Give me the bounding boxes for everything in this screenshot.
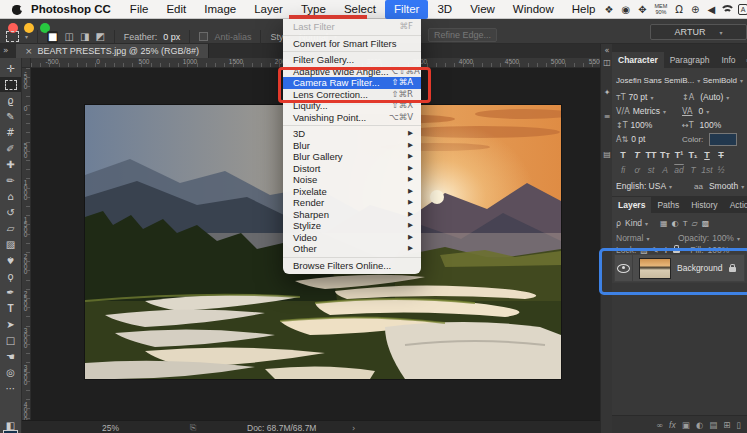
font-size-select[interactable]: 70 pt ▾	[629, 92, 654, 102]
zoom-tool[interactable]: ◎	[0, 365, 21, 380]
layer-visibility-toggle[interactable]	[615, 255, 633, 281]
clone-stamp-tool[interactable]: ⌂	[0, 189, 21, 204]
intersect-selection-mode-button[interactable]: ◩	[95, 31, 104, 43]
quick-selection-tool[interactable]: ✎	[0, 109, 21, 124]
tab-info[interactable]: Info	[715, 52, 741, 68]
leading-select[interactable]: ↕A (Auto) ▾	[682, 92, 729, 102]
text-color-control[interactable]: Color:	[682, 133, 737, 146]
add-selection-mode-button[interactable]: ◫	[64, 31, 73, 43]
libraries-panel-icon[interactable]: ▤	[602, 150, 612, 159]
discretionary-ligatures-button[interactable]: st	[644, 165, 658, 175]
adjustment-layer-icon[interactable]: ◐	[696, 420, 703, 430]
apple-icon[interactable]	[12, 3, 23, 15]
tab-paragraph[interactable]: Paragraph	[664, 52, 716, 68]
history-panel-icon[interactable]: ◫	[602, 58, 612, 67]
menu-item-sharpen[interactable]: Sharpen ▶	[283, 209, 421, 221]
export-icon[interactable]: ⎘	[190, 423, 196, 433]
ligatures-button[interactable]: fi	[616, 165, 630, 175]
eye-status-icon[interactable]: ◉	[621, 0, 630, 19]
tracking-select[interactable]: VA 0 ▾	[682, 106, 709, 116]
feather-input[interactable]: 0 px	[163, 32, 180, 42]
blur-tool[interactable]: ♠	[0, 253, 21, 268]
toolbar-collapse-icon[interactable]: »	[3, 45, 9, 55]
fractions-button[interactable]: ½	[714, 165, 728, 175]
memory-indicator[interactable]: MEM 90%	[655, 3, 668, 15]
menu-filter[interactable]: Filter	[385, 0, 429, 19]
swash-button[interactable]: A	[658, 165, 672, 175]
history-brush-tool[interactable]: ↺	[0, 205, 21, 220]
pen-tool[interactable]: ✒	[0, 285, 21, 300]
wifi-icon[interactable]	[723, 5, 730, 14]
volume-icon[interactable]: ◀	[707, 0, 715, 19]
menu-layer[interactable]: Layer	[245, 0, 292, 19]
lock-all-icon[interactable]	[673, 248, 680, 253]
panel-menu-icon[interactable]: ≡	[742, 53, 747, 68]
menu-item-blur-gallery[interactable]: Blur Gallery ▶	[283, 151, 421, 163]
dock-collapse-icon[interactable]: «	[602, 46, 612, 55]
tab-layers[interactable]: Layers	[612, 197, 651, 213]
path-selection-tool[interactable]: ➤	[0, 317, 21, 332]
menu-item-convert-smart-filters[interactable]: Convert for Smart Filters	[283, 38, 421, 50]
menu-image[interactable]: Image	[195, 0, 245, 19]
menu-type[interactable]: Type	[292, 0, 335, 19]
workspace-switcher[interactable]: ARTUR ▾	[650, 24, 747, 40]
gradient-tool[interactable]: ▨	[0, 237, 21, 252]
move-tool[interactable]: ✛	[0, 61, 21, 76]
brush-presets-icon[interactable]: ✦	[602, 88, 612, 97]
menu-item-lens-correction[interactable]: Lens Correction... ⇧⌘R	[283, 89, 421, 101]
subscript-button[interactable]: T₁	[686, 150, 700, 160]
crop-tool[interactable]: #	[0, 125, 21, 140]
kerning-select[interactable]: Metrics ▾	[633, 106, 666, 116]
healing-brush-tool[interactable]: ✚	[0, 157, 21, 172]
horizontal-scale-field[interactable]: ↔T 100%	[682, 120, 721, 130]
menu-item-stylize[interactable]: Stylize ▶	[283, 220, 421, 232]
eraser-tool[interactable]: ▱	[0, 221, 21, 236]
filter-ad极justment-layers-icon[interactable]: ◐	[672, 219, 679, 228]
font-family-select[interactable]: Josefin Sans SemiB... ▾	[616, 76, 703, 85]
brush-tool[interactable]: ✏	[0, 173, 21, 188]
ordinals-button[interactable]: 1st	[700, 165, 714, 175]
tab-history[interactable]: History	[685, 197, 723, 213]
opacity-control[interactable]: Opacity: 100% ▾	[678, 233, 740, 243]
menu-item-liquify[interactable]: Liquify... ⇧⌘X	[283, 100, 421, 112]
link-layers-icon[interactable]: ∞	[656, 420, 663, 430]
menu-item-render[interactable]: Render ▶	[283, 197, 421, 209]
stylistic-alternates-button[interactable]: ad	[672, 165, 686, 175]
layer-row-background[interactable]: Background	[614, 254, 745, 282]
input-source-icon[interactable]: A	[738, 4, 747, 15]
crossfade-icon[interactable]: ⊕	[691, 0, 699, 19]
layer-group-icon[interactable]: ▤	[709, 420, 717, 430]
menu-select[interactable]: Select	[335, 0, 385, 19]
dodge-tool[interactable]: ϙ	[0, 269, 21, 284]
menu-item-filter-gallery[interactable]: Filter Gallery...	[283, 54, 421, 66]
dropbox-icon[interactable]: ❖	[604, 0, 613, 19]
menu-item-browse-filters-online[interactable]: Browse Filters Online...	[283, 260, 421, 272]
menu-item-pixelate[interactable]: Pixelate ▶	[283, 186, 421, 198]
bell-icon[interactable]: Ω	[675, 0, 683, 19]
faux-italic-button[interactable]: T	[630, 150, 644, 160]
properties-panel-icon[interactable]: ≡	[602, 112, 612, 121]
antialias-select[interactable]: aa Smooth ▾	[694, 181, 744, 191]
eyedropper-tool[interactable]: ✐	[0, 141, 21, 156]
add-layer-mask-icon[interactable]: ▣	[682, 420, 690, 430]
tab-actions[interactable]: Actions	[724, 197, 747, 213]
shape-tool[interactable]: □	[0, 333, 21, 348]
language-select[interactable]: English: USA ▾	[616, 181, 672, 191]
lasso-tool[interactable]: ϱ	[0, 93, 21, 108]
vertical-ruler[interactable]: -500 0 500 1000 1500 2000 2500 3000 3500…	[22, 68, 31, 420]
menu-3d[interactable]: 3D	[428, 0, 461, 19]
delete-layer-icon[interactable]: ▯	[736, 420, 741, 430]
app-menu[interactable]: Photoshop CC	[23, 0, 121, 19]
hand-tool[interactable]: ☚	[0, 349, 21, 364]
vertical-scale-field[interactable]: 100%	[631, 120, 653, 130]
document-tab[interactable]: × BEART PRESETS.jpg @ 25% (RGB/8#)	[16, 44, 209, 58]
menu-file[interactable]: File	[121, 0, 158, 19]
layer-thumbnail[interactable]	[639, 258, 671, 279]
superscript-button[interactable]: T¹	[672, 150, 686, 160]
new-selection-mode-button[interactable]: ■	[47, 31, 58, 43]
menu-item-other[interactable]: Other ▶	[283, 243, 421, 255]
contextual-alternates-button[interactable]: ơ	[630, 165, 644, 175]
menu-item-noise[interactable]: Noise ▶	[283, 174, 421, 186]
titling-alternates-button[interactable]: T	[686, 165, 700, 175]
baseline-shift-field[interactable]: 0 pt	[631, 134, 645, 144]
